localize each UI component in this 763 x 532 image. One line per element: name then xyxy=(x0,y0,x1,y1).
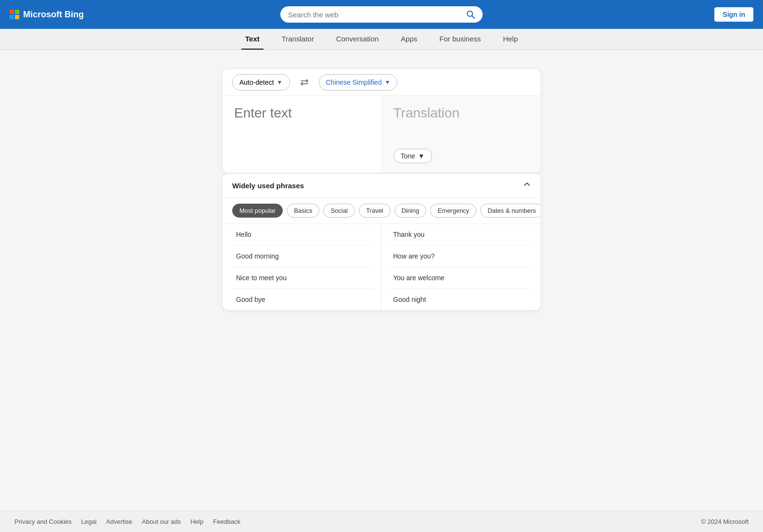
source-text-panel xyxy=(223,96,382,173)
search-bar xyxy=(280,6,483,23)
phrase-hello[interactable]: Hello xyxy=(232,224,373,246)
search-input[interactable] xyxy=(288,11,466,19)
main-nav: Text Translator Conversation Apps For bu… xyxy=(0,29,763,50)
nav-item-conversation[interactable]: Conversation xyxy=(332,29,382,50)
phrase-list: Hello Good morning Nice to meet you Good… xyxy=(223,224,540,310)
category-most-popular[interactable]: Most popular xyxy=(232,204,283,218)
phrase-categories: Most popular Basics Social Travel Dining… xyxy=(223,198,540,224)
header: Microsoft Bing Sign in xyxy=(0,0,763,29)
nav-item-translator[interactable]: Translator xyxy=(278,29,318,50)
phrases-header: Widely used phrases xyxy=(223,174,540,198)
search-button[interactable] xyxy=(466,10,475,19)
target-lang-label: Chinese Simplified xyxy=(326,78,382,86)
source-lang-label: Auto-detect xyxy=(239,78,274,86)
nav-item-apps[interactable]: Apps xyxy=(397,29,421,50)
source-text-input[interactable] xyxy=(234,105,370,163)
phrases-section: Widely used phrases Most popular Basics … xyxy=(223,174,540,310)
footer-feedback[interactable]: Feedback xyxy=(213,518,240,525)
category-travel[interactable]: Travel xyxy=(359,204,391,218)
category-social[interactable]: Social xyxy=(323,204,355,218)
chevron-down-icon: ▼ xyxy=(384,79,390,86)
category-dining[interactable]: Dining xyxy=(395,204,427,218)
search-icon xyxy=(466,10,475,19)
tone-label: Tone xyxy=(401,152,415,160)
category-basics[interactable]: Basics xyxy=(287,204,319,218)
tone-selector-button[interactable]: Tone ▼ xyxy=(394,149,432,163)
sign-in-button[interactable]: Sign in xyxy=(714,7,753,22)
footer-copyright: © 2024 Microsoft xyxy=(701,518,749,525)
phrase-good-night[interactable]: Good night xyxy=(389,289,531,310)
footer-advertise[interactable]: Advertise xyxy=(106,518,132,525)
search-bar-container xyxy=(280,6,483,23)
brand-name: Microsoft Bing xyxy=(23,10,84,20)
language-bar: Auto-detect ▼ Chinese Simplified ▼ xyxy=(223,69,540,96)
main-content: Auto-detect ▼ Chinese Simplified ▼ Trans… xyxy=(0,50,763,320)
phrase-nice-to-meet-you[interactable]: Nice to meet you xyxy=(232,267,373,289)
microsoft-icon xyxy=(10,10,19,19)
phrase-you-are-welcome[interactable]: You are welcome xyxy=(389,267,531,289)
footer: Privacy and Cookies Legal Advertise Abou… xyxy=(0,511,763,532)
source-language-selector[interactable]: Auto-detect ▼ xyxy=(232,74,290,91)
phrase-good-bye[interactable]: Good bye xyxy=(232,289,373,310)
target-language-selector[interactable]: Chinese Simplified ▼ xyxy=(319,74,398,91)
translation-panels: Translation Tone ▼ xyxy=(223,96,540,173)
footer-privacy[interactable]: Privacy and Cookies xyxy=(14,518,72,525)
chevron-up-icon xyxy=(523,181,531,188)
phrases-title: Widely used phrases xyxy=(232,182,304,190)
nav-item-help[interactable]: Help xyxy=(499,29,522,50)
translation-placeholder: Translation xyxy=(394,105,529,121)
collapse-phrases-button[interactable] xyxy=(523,181,531,191)
svg-line-1 xyxy=(472,16,474,18)
footer-help[interactable]: Help xyxy=(190,518,203,525)
category-emergency[interactable]: Emergency xyxy=(430,204,476,218)
phrase-how-are-you[interactable]: How are you? xyxy=(389,246,531,267)
footer-about-ads[interactable]: About our ads xyxy=(142,518,181,525)
footer-legal[interactable]: Legal xyxy=(81,518,97,525)
phrase-column-left: Hello Good morning Nice to meet you Good… xyxy=(232,224,382,310)
brand-logo[interactable]: Microsoft Bing xyxy=(10,10,84,20)
nav-item-for-business[interactable]: For business xyxy=(435,29,485,50)
chevron-down-icon: ▼ xyxy=(277,79,283,86)
target-text-panel: Translation Tone ▼ xyxy=(382,96,541,173)
chevron-down-icon: ▼ xyxy=(418,152,425,160)
nav-item-text[interactable]: Text xyxy=(241,29,263,50)
swap-icon xyxy=(300,78,309,87)
phrase-good-morning[interactable]: Good morning xyxy=(232,246,373,267)
phrase-thank-you[interactable]: Thank you xyxy=(389,224,531,246)
translator-box: Auto-detect ▼ Chinese Simplified ▼ Trans… xyxy=(223,69,540,173)
category-dates-numbers[interactable]: Dates & numbers xyxy=(480,204,540,218)
swap-languages-button[interactable] xyxy=(296,76,313,89)
phrase-column-right: Thank you How are you? You are welcome G… xyxy=(382,224,531,310)
footer-links: Privacy and Cookies Legal Advertise Abou… xyxy=(14,518,240,525)
